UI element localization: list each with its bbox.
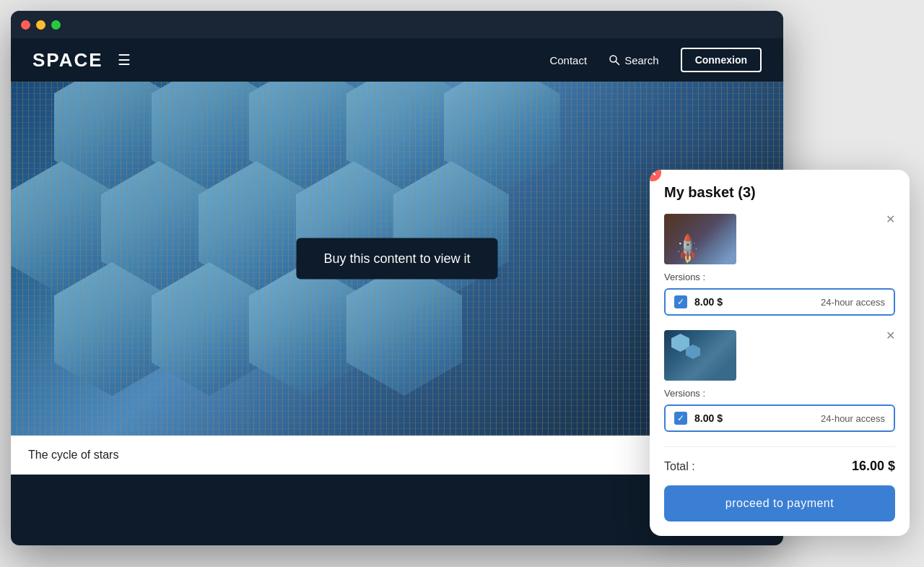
nav-right: Contact Search Connexion bbox=[549, 48, 762, 72]
checkbox-check: ✓ bbox=[677, 297, 684, 307]
mac-close-button[interactable] bbox=[21, 20, 30, 30]
basket-total-amount: 16.00 $ bbox=[852, 459, 895, 474]
basket-modal: ✕ My basket (3) ✕ Versions : ✓ 8.00 $ 24… bbox=[650, 170, 910, 536]
checkbox-check: ✓ bbox=[677, 413, 684, 423]
proceed-to-payment-button[interactable]: proceed to payment bbox=[664, 485, 895, 521]
version-row[interactable]: ✓ 8.00 $ 24-hour access bbox=[664, 288, 895, 316]
version-checkbox[interactable]: ✓ bbox=[674, 412, 687, 425]
basket-item: ✕ Versions : ✓ 8.00 $ 24-hour access bbox=[664, 214, 895, 316]
search-icon bbox=[609, 54, 620, 66]
mac-minimize-button[interactable] bbox=[36, 20, 45, 30]
svg-line-1 bbox=[616, 61, 619, 65]
content-title: The cycle of stars bbox=[28, 449, 118, 461]
version-access: 24-hour access bbox=[821, 413, 885, 424]
basket-total-row: Total : 16.00 $ bbox=[664, 459, 895, 474]
version-price: 8.00 $ bbox=[694, 296, 814, 308]
site-logo: SPACE bbox=[32, 49, 103, 72]
basket-item-remove-button[interactable]: ✕ bbox=[886, 214, 895, 225]
rocket-image bbox=[664, 214, 736, 264]
search-button[interactable]: Search bbox=[609, 54, 659, 66]
version-checkbox[interactable]: ✓ bbox=[674, 295, 687, 308]
version-access: 24-hour access bbox=[821, 297, 885, 308]
version-row[interactable]: ✓ 8.00 $ 24-hour access bbox=[664, 404, 895, 432]
version-price: 8.00 $ bbox=[694, 412, 814, 424]
versions-label: Versions : bbox=[664, 388, 895, 399]
mac-maximize-button[interactable] bbox=[51, 20, 61, 30]
search-label: Search bbox=[624, 54, 659, 66]
hamburger-menu-icon[interactable]: ☰ bbox=[118, 51, 131, 69]
basket-content: My basket (3) ✕ Versions : ✓ 8.00 $ 24-h… bbox=[650, 170, 910, 536]
basket-item-remove-button[interactable]: ✕ bbox=[886, 330, 895, 342]
navbar: SPACE ☰ Contact Search Connexion bbox=[11, 38, 783, 82]
basket-item-image-hex bbox=[664, 330, 736, 381]
connexion-button[interactable]: Connexion bbox=[681, 48, 762, 72]
buy-content-button[interactable]: Buy this content to view it bbox=[296, 238, 497, 280]
basket-total-label: Total : bbox=[664, 460, 695, 473]
versions-label: Versions : bbox=[664, 272, 895, 282]
mac-titlebar bbox=[11, 11, 783, 38]
hex-science-image bbox=[664, 330, 736, 381]
basket-item: ✕ Versions : ✓ 8.00 $ 24-hour access bbox=[664, 330, 895, 432]
basket-item-image-rocket bbox=[664, 214, 736, 264]
basket-divider bbox=[664, 446, 895, 447]
basket-title: My basket (3) bbox=[664, 184, 895, 201]
contact-link[interactable]: Contact bbox=[549, 54, 587, 66]
